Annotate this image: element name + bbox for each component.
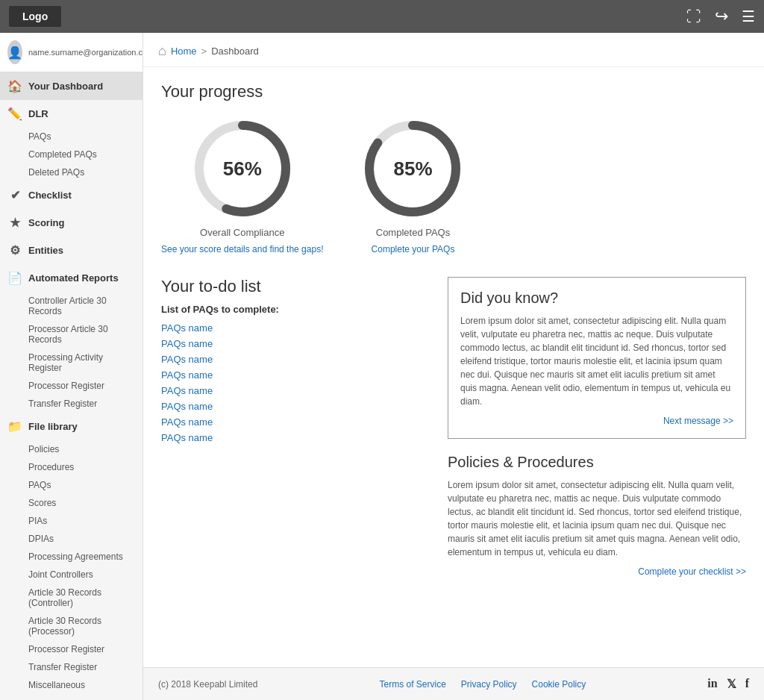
reports-icon: 📄 — [7, 271, 22, 285]
todo-item-2[interactable]: PAQs name — [161, 354, 430, 365]
todo-item-3[interactable]: PAQs name — [161, 369, 430, 381]
logo: Logo — [9, 6, 61, 27]
star-icon: ★ — [7, 216, 22, 230]
sidebar-item-entities[interactable]: ⚙ Entities — [0, 237, 143, 264]
avatar: 👤 — [7, 40, 22, 64]
circle-paqs-value: 85% — [393, 157, 432, 181]
sidebar-subitem-transfer-register[interactable]: Transfer Register — [0, 395, 143, 413]
todo-item-4[interactable]: PAQs name — [161, 385, 430, 396]
todo-subtitle: List of PAQs to complete: — [161, 304, 430, 315]
todo-item-6[interactable]: PAQs name — [161, 416, 430, 428]
footer-terms-link[interactable]: Terms of Service — [380, 679, 446, 690]
todo-item-0[interactable]: PAQs name — [161, 322, 430, 334]
circle-paqs-label: Completed PAQs — [376, 227, 450, 238]
pp-checklist-link[interactable]: Complete your checklist >> — [448, 566, 746, 577]
policies-procedures-section: Policies & Procedures Lorem ipsum dolor … — [448, 454, 746, 577]
todo-title: Your to-do list — [161, 277, 430, 296]
sidebar-subitem-a30-controller[interactable]: Article 30 Records (Controller) — [0, 584, 143, 612]
home-breadcrumb-icon: ⌂ — [158, 43, 166, 59]
sidebar-subitem-policies[interactable]: Policies — [0, 440, 143, 458]
sidebar-item-automated-reports-label: Automated Reports — [28, 272, 119, 284]
footer-links: Terms of Service Privacy Policy Cookie P… — [380, 679, 586, 690]
sidebar-item-dlr[interactable]: ✏️ DLR — [0, 100, 143, 128]
did-you-know-box: Did you know? Lorem ipsum dolor sit amet… — [448, 277, 746, 439]
sidebar-subitem-paqs-fl[interactable]: PAQs — [0, 476, 143, 494]
progress-circles: 56% Overall Compliance See your score de… — [161, 116, 746, 254]
breadcrumb: ⌂ Home > Dashboard — [143, 33, 764, 67]
sidebar-item-checklist[interactable]: ✔ Checklist — [0, 181, 143, 209]
sidebar-subitem-deleted-paqs[interactable]: Deleted PAQs — [0, 163, 143, 181]
progress-title: Your progress — [161, 82, 746, 101]
circle-paqs-link[interactable]: Complete your PAQs — [372, 244, 455, 254]
breadcrumb-home-link[interactable]: Home — [171, 46, 197, 57]
sidebar-navigation: 🏠 Your Dashboard ✏️ DLR PAQs Completed P… — [0, 72, 143, 700]
sidebar-subitem-scores[interactable]: Scores — [0, 494, 143, 512]
circle-overall-value: 56% — [223, 157, 262, 181]
main-layout: 👤 name.surname@organization.com 🏠 Your D… — [0, 33, 764, 700]
entities-icon: ⚙ — [7, 243, 22, 257]
page-content: Your progress 56% Overall Compliance See… — [143, 67, 764, 667]
footer-social: in 𝕏 f — [707, 677, 749, 691]
circle-overall-compliance-visual: 56% — [190, 116, 295, 221]
bottom-grid: Your to-do list List of PAQs to complete… — [161, 277, 746, 577]
user-info: 👤 name.surname@organization.com — [0, 33, 143, 72]
sidebar-item-file-library-label: File library — [28, 421, 78, 432]
menu-icon[interactable]: ☰ — [742, 7, 755, 25]
sidebar-item-entities-label: Entities — [28, 245, 63, 256]
sidebar-subitem-miscellaneous[interactable]: Miscellaneous — [0, 676, 143, 694]
dyk-title: Did you know? — [460, 290, 733, 307]
sidebar-subitem-transfer-reg-fl[interactable]: Transfer Register — [0, 658, 143, 676]
folder-icon: 📁 — [7, 419, 22, 434]
pp-title: Policies & Procedures — [448, 454, 746, 471]
todo-item-7[interactable]: PAQs name — [161, 432, 430, 443]
circle-completed-paqs: 85% Completed PAQs Complete your PAQs — [360, 116, 465, 254]
footer: (c) 2018 Keepabl Limited Terms of Servic… — [143, 667, 764, 700]
checklist-icon: ✔ — [7, 188, 22, 202]
sidebar: 👤 name.surname@organization.com 🏠 Your D… — [0, 33, 143, 700]
facebook-icon[interactable]: f — [745, 677, 749, 691]
todo-item-5[interactable]: PAQs name — [161, 401, 430, 412]
sidebar-subitem-processor-reg-fl[interactable]: Processor Register — [0, 640, 143, 658]
sidebar-subitem-controller-a30[interactable]: Controller Article 30 Records — [0, 292, 143, 320]
circle-overall-compliance: 56% Overall Compliance See your score de… — [161, 116, 323, 254]
todo-item-1[interactable]: PAQs name — [161, 338, 430, 349]
sidebar-subitem-processing-activity[interactable]: Processing Activity Register — [0, 349, 143, 377]
circle-overall-link[interactable]: See your score details and find the gaps… — [161, 244, 323, 254]
topbar: Logo ⛶ ↪ ☰ — [0, 0, 764, 33]
dyk-next-link[interactable]: Next message >> — [460, 416, 733, 426]
footer-copyright: (c) 2018 Keepabl Limited — [158, 679, 257, 690]
sidebar-subitem-dpias[interactable]: DPIAs — [0, 530, 143, 548]
sidebar-item-scoring[interactable]: ★ Scoring — [0, 209, 143, 237]
footer-cookie-link[interactable]: Cookie Policy — [532, 679, 586, 690]
twitter-icon[interactable]: 𝕏 — [727, 677, 736, 691]
exit-icon[interactable]: ↪ — [715, 7, 728, 26]
sidebar-item-file-library[interactable]: 📁 File library — [0, 413, 143, 440]
footer-privacy-link[interactable]: Privacy Policy — [461, 679, 517, 690]
sidebar-item-dashboard[interactable]: 🏠 Your Dashboard — [0, 72, 143, 100]
sidebar-item-checklist-label: Checklist — [28, 190, 72, 201]
sidebar-subitem-pias[interactable]: PIAs — [0, 512, 143, 530]
sidebar-item-organization[interactable]: 👥 Organization details — [0, 694, 143, 700]
sidebar-subitem-a30-processor[interactable]: Article 30 Records (Processor) — [0, 612, 143, 640]
sidebar-subitem-processing-agreements[interactable]: Processing Agreements — [0, 548, 143, 566]
circle-overall-label: Overall Compliance — [200, 227, 284, 238]
linkedin-icon[interactable]: in — [707, 677, 717, 691]
sidebar-item-automated-reports[interactable]: 📄 Automated Reports — [0, 264, 143, 292]
todo-section: Your to-do list List of PAQs to complete… — [161, 277, 430, 577]
sidebar-subitem-joint-controllers[interactable]: Joint Controllers — [0, 566, 143, 584]
edit-icon: ✏️ — [7, 107, 22, 121]
pp-text: Lorem ipsum dolor sit amet, consectetur … — [448, 478, 746, 559]
topbar-actions: ⛶ ↪ ☰ — [686, 7, 755, 26]
user-email: name.surname@organization.com — [28, 48, 143, 57]
sidebar-subitem-processor-register[interactable]: Processor Register — [0, 377, 143, 395]
dyk-text: Lorem ipsum dolor sit amet, consectetur … — [460, 314, 733, 408]
fullscreen-icon[interactable]: ⛶ — [686, 8, 701, 25]
sidebar-subitem-processor-a30[interactable]: Processor Article 30 Records — [0, 320, 143, 349]
sidebar-item-dlr-label: DLR — [28, 108, 48, 119]
sidebar-subitem-paqs[interactable]: PAQs — [0, 128, 143, 146]
home-icon: 🏠 — [7, 79, 22, 93]
sidebar-subitem-procedures[interactable]: Procedures — [0, 458, 143, 476]
circle-completed-paqs-visual: 85% — [360, 116, 465, 221]
main-content-area: ⌂ Home > Dashboard Your progress 56% — [143, 33, 764, 700]
sidebar-subitem-completed-paqs[interactable]: Completed PAQs — [0, 146, 143, 163]
